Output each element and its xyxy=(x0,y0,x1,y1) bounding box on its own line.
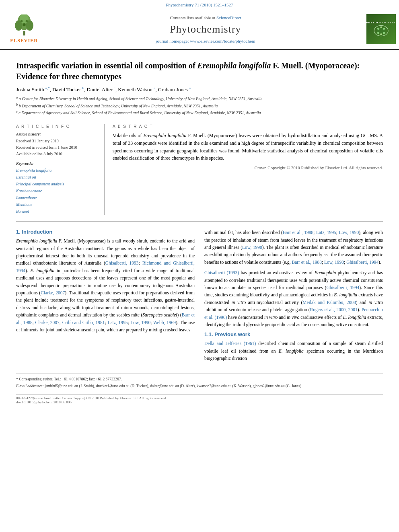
intro-para1: Eremophila longifolia F. Muell. (Myopora… xyxy=(16,237,195,333)
sciencedirect-link[interactable]: ScienceDirect xyxy=(216,15,241,20)
keyword-karahanaenone: Karahanaenone xyxy=(16,187,98,194)
svg-point-11 xyxy=(383,27,385,29)
history-label: Article history: xyxy=(16,132,98,136)
article-info-col: A R T I C L E I N F O Article history: R… xyxy=(16,124,105,215)
bottom-bar: 0031-9422/$ – see front matter Crown Cop… xyxy=(16,394,383,406)
keyword-essential-oil: Essential oil xyxy=(16,174,98,181)
divider xyxy=(16,120,383,120)
keyword-isomenthone: Isomenthone xyxy=(16,194,98,201)
keyword-pca: Principal component analysis xyxy=(16,181,98,187)
elsevier-brand-text: ELSEVIER xyxy=(10,38,38,44)
email-addresses: E-mail addresses: jsmith65@une.edu.au (J… xyxy=(16,383,383,389)
svg-point-14 xyxy=(380,26,382,28)
phytochemistry-logo-text: PHYTOCHEMISTRY xyxy=(366,21,396,24)
phytochemistry-logo: PHYTOCHEMISTRY xyxy=(363,12,399,46)
main-content: Intraspecific variation in essential oil… xyxy=(0,50,399,374)
keyword-borneol: Borneol xyxy=(16,208,98,215)
affiliations: a a Centre for Bioactive Discovery in He… xyxy=(16,95,383,116)
copyright-text: Crown Copyright © 2010 Published by Else… xyxy=(113,165,383,170)
prev-work-heading: 1.1. Previous work xyxy=(204,331,383,337)
intro-heading: 1. Introduction xyxy=(16,229,195,235)
phytochem-decoration-icon xyxy=(370,24,392,38)
svg-point-10 xyxy=(377,27,379,29)
keywords-label: Keywords: xyxy=(16,161,98,166)
article-title: Intraspecific variation in essential oil… xyxy=(16,60,383,82)
svg-point-15 xyxy=(380,33,382,35)
journal-reference: Phytochemistry 71 (2010) 1521–1527 xyxy=(0,0,399,9)
corresponding-author: * Corresponding author. Tel.: +61 4 0310… xyxy=(16,376,383,382)
body-right-col: with animal fat, has also been described… xyxy=(204,229,383,365)
svg-point-13 xyxy=(383,32,385,34)
svg-point-5 xyxy=(20,20,23,23)
abstract-label: A B S T R A C T xyxy=(113,124,383,129)
keyword-eremophila: Eremophila longifolia xyxy=(16,167,98,174)
body-left-col: 1. Introduction Eremophila longifolia F.… xyxy=(16,229,195,365)
elsevier-logo: ELSEVIER xyxy=(0,12,48,46)
intro-para4: Della and Jefferies (1961) described che… xyxy=(204,340,383,362)
keyword-menthone: Menthone xyxy=(16,201,98,208)
svg-point-7 xyxy=(23,23,25,26)
footnote-section: * Corresponding author. Tel.: +61 4 0310… xyxy=(16,374,383,392)
svg-point-6 xyxy=(25,20,28,23)
article-info-abstract: A R T I C L E I N F O Article history: R… xyxy=(16,124,383,215)
revised-date: Received in revised form 1 June 2010 xyxy=(16,144,98,151)
svg-rect-0 xyxy=(23,31,25,35)
abstract-col: A B S T R A C T Volatile oils of Eremoph… xyxy=(113,124,383,215)
body-divider xyxy=(16,221,383,222)
received-date: Received 31 January 2010 xyxy=(16,138,98,144)
intro-para2: with animal fat, has also been described… xyxy=(204,229,383,266)
elsevier-tree-icon xyxy=(10,14,38,37)
svg-point-12 xyxy=(377,32,379,34)
abstract-text: Volatile oils of Eremophila longifolia F… xyxy=(113,132,383,162)
doi-line: doi:10.1016/j.phytochem.2010.06.006 xyxy=(16,400,383,404)
body-section: 1. Introduction Eremophila longifolia F.… xyxy=(16,229,383,373)
phytochemistry-logo-box: PHYTOCHEMISTRY xyxy=(366,14,396,44)
journal-title: Phytochemistry xyxy=(170,23,241,35)
authors-line: Joshua Smith a,*, David Tucker b, Daniel… xyxy=(16,86,383,93)
intro-para3: Ghisalberti (1993) has provided an exhau… xyxy=(204,269,383,328)
journal-homepage: journal homepage: www.elsevier.com/locat… xyxy=(156,39,255,43)
journal-header: ELSEVIER Contents lists available at Sci… xyxy=(0,9,399,50)
issn-line: 0031-9422/$ – see front matter Crown Cop… xyxy=(16,396,383,400)
available-date: Available online 3 July 2010 xyxy=(16,151,98,157)
article-info-label: A R T I C L E I N F O xyxy=(16,124,98,129)
journal-center: Contents lists available at ScienceDirec… xyxy=(48,12,363,46)
sciencedirect-label: Contents lists available at ScienceDirec… xyxy=(170,15,241,20)
